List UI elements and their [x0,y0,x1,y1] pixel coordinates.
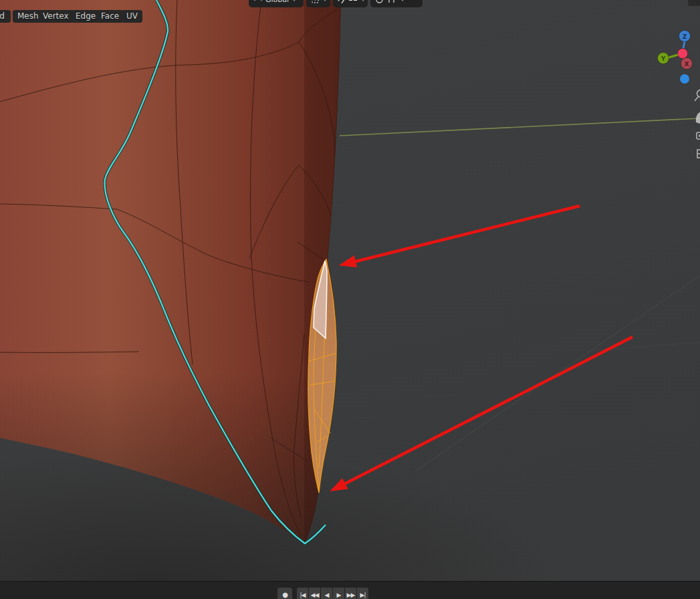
menu-vertex[interactable]: Vertex [38,10,74,23]
timeline-bar: ● |◀ ◀◀ ◀ ▶ ▶▶ ▶| [0,581,700,599]
previous-keyframe-button[interactable]: ◀◀ [309,588,320,599]
chevron-down-icon: ▾ [324,0,326,3]
play-button[interactable]: ▶ [333,588,344,599]
next-keyframe-button[interactable]: ▶▶ [345,588,356,599]
svg-text:X: X [685,61,689,68]
viewport-canvas[interactable]: X Z Y [0,0,700,599]
play-reverse-button[interactable]: ◀ [321,588,332,599]
blender-window: X Z Y [0,0,700,599]
svg-text:Z: Z [683,33,687,40]
menu-add-clipped[interactable]: ld [0,10,11,23]
pivot-point-icon [311,0,320,4]
chevron-down-icon: ▾ [401,0,404,3]
chevron-down-icon: ▾ [362,0,364,3]
gizmo-minus-z-ball[interactable] [680,74,689,84]
snapping-controls[interactable]: ▾ [333,0,368,7]
gizmo-axis-y-ball[interactable]: Y [658,53,669,64]
auto-keyframe-button[interactable]: ● [277,588,292,599]
svg-text:Y: Y [661,55,666,62]
jump-to-end-button[interactable]: ▶| [357,588,368,599]
gizmo-axis-x-ball[interactable]: X [681,58,693,70]
proportional-editing-controls[interactable]: ▾ [370,0,423,7]
corner-widget-stub [688,0,700,6]
pivot-point-dropdown[interactable]: ▾ [306,0,330,7]
falloff-icon [386,0,397,3]
snap-magnet-icon [338,0,346,4]
chevron-down-icon: ▾ [293,0,296,3]
gizmo-axis-z-ball[interactable]: Z [679,31,691,42]
transform-orientation-dropdown[interactable]: Global ▾ [249,0,304,7]
transform-orientation-label: Global [265,0,289,4]
jump-to-start-button[interactable]: |◀ [297,588,308,599]
proportional-editing-icon [375,0,384,4]
menu-uv[interactable]: UV [122,10,142,23]
snap-target-icon [348,0,358,3]
transform-orientation-icon [253,0,263,4]
gizmo-front-axis-ball[interactable] [678,49,688,59]
menu-face[interactable]: Face [96,10,124,23]
